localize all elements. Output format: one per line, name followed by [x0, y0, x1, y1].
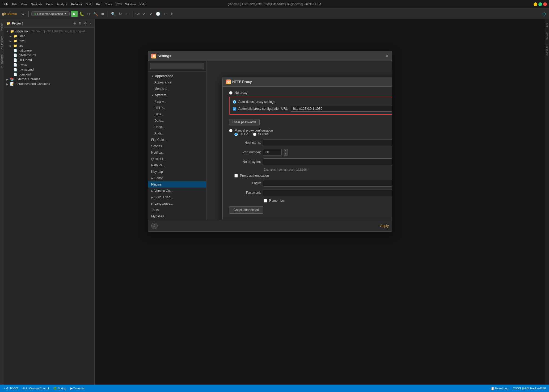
- nav-appearance[interactable]: ▼ Appearance: [148, 73, 206, 79]
- nav-menus[interactable]: Menus a...: [148, 86, 206, 92]
- tree-external-libs[interactable]: ▶ 📚 External Libraries: [4, 77, 94, 82]
- menu-bar[interactable]: File Edit View Navigate Code Analyze Ref…: [2, 2, 147, 6]
- build-button[interactable]: 🔨: [93, 11, 98, 16]
- nav-mybatisx[interactable]: MybatisX: [148, 213, 206, 220]
- run-button[interactable]: ▶: [71, 11, 78, 17]
- minimize-button[interactable]: [534, 2, 537, 6]
- nav-passwords[interactable]: Passw...: [148, 98, 206, 105]
- menu-help[interactable]: Help: [138, 2, 147, 6]
- proxy-auth-checkbox[interactable]: [234, 174, 238, 178]
- nav-date[interactable]: Date...: [148, 117, 206, 124]
- nav-languages[interactable]: ▶ Languages...: [148, 200, 206, 207]
- menu-window[interactable]: Window: [124, 2, 137, 6]
- close-button[interactable]: [543, 2, 547, 6]
- tree-gitdemo-iml[interactable]: 📄 git-demo.iml: [4, 53, 94, 58]
- port-input[interactable]: [263, 149, 282, 156]
- auto-config-url-input[interactable]: [291, 106, 392, 112]
- menu-build[interactable]: Build: [84, 2, 94, 6]
- menu-edit[interactable]: Edit: [11, 2, 19, 6]
- run-configuration[interactable]: ● GitDemoApplication ▼: [31, 11, 70, 16]
- settings-help-button[interactable]: ?: [151, 223, 158, 229]
- menu-code[interactable]: Code: [45, 2, 55, 6]
- manual-proxy-radio[interactable]: [229, 129, 233, 132]
- login-input[interactable]: [263, 180, 392, 187]
- project-tab[interactable]: Project: [0, 21, 4, 33]
- coverage-button[interactable]: ⊙: [86, 11, 91, 16]
- nav-build-exec[interactable]: ▶ Build, Exec...: [148, 194, 206, 200]
- status-terminal[interactable]: ▶ Terminal: [69, 387, 86, 390]
- tree-mvnw[interactable]: 📄 mvnw: [4, 62, 94, 67]
- nav-http[interactable]: HTTP...: [148, 105, 206, 111]
- nav-appearance-sub[interactable]: Appearance: [148, 79, 206, 86]
- nav-version-control[interactable]: ▶ Version Co...: [148, 188, 206, 194]
- nav-path-variables[interactable]: Path Va...: [148, 162, 206, 168]
- plugin-icon[interactable]: ⬡: [542, 11, 547, 16]
- status-spring[interactable]: 🌿 Spring: [52, 387, 67, 390]
- panel-close-icon[interactable]: ×: [89, 21, 92, 26]
- panel-collapse-icon[interactable]: ⇅: [78, 21, 82, 26]
- menu-file[interactable]: File: [2, 2, 10, 6]
- port-down-button[interactable]: ▼: [284, 153, 288, 156]
- nav-android[interactable]: Andr...: [148, 130, 206, 137]
- check-connection-button[interactable]: Check connection: [229, 206, 263, 214]
- menu-vcs[interactable]: VCS: [114, 2, 123, 6]
- http-radio[interactable]: [234, 133, 238, 136]
- favorites-tab[interactable]: 2: Favorites: [0, 53, 4, 70]
- no-proxy-radio[interactable]: [229, 91, 233, 95]
- panel-gear-icon[interactable]: ⚙: [83, 21, 88, 26]
- nav-data[interactable]: Data...: [148, 111, 206, 117]
- settings-search-input[interactable]: [150, 63, 204, 69]
- git-checkmark2[interactable]: ✓: [149, 11, 154, 16]
- menu-refactor[interactable]: Refactor: [69, 2, 84, 6]
- menu-analyze[interactable]: Analyze: [55, 2, 69, 6]
- settings-close-button[interactable]: ✕: [385, 53, 389, 58]
- status-version-control[interactable]: ⑨ 9: Version Control: [21, 387, 50, 390]
- no-proxy-for-input[interactable]: [263, 158, 392, 165]
- tree-pom-xml[interactable]: 📄 pom.xml: [4, 72, 94, 77]
- git-rollback[interactable]: ↩: [162, 11, 168, 16]
- nav-quick-lists[interactable]: Quick Li...: [148, 156, 206, 162]
- nav-keymap[interactable]: Keymap: [148, 168, 206, 175]
- nav-system[interactable]: ▼ System: [148, 92, 206, 98]
- nav-tools[interactable]: Tools: [148, 207, 206, 213]
- debug-button[interactable]: 🐛: [79, 11, 85, 16]
- settings-icon[interactable]: ⚙: [20, 11, 26, 16]
- window-controls[interactable]: [534, 2, 547, 6]
- structure-tab[interactable]: 2: Structure: [0, 34, 4, 51]
- nav-file-colors[interactable]: File Colo...: [148, 137, 206, 143]
- git-push[interactable]: ⬆: [169, 11, 175, 16]
- tree-mvnw-cmd[interactable]: 📄 mvnw.cmd: [4, 67, 94, 72]
- nav-editor[interactable]: ▶ Editor: [148, 175, 206, 181]
- back-icon[interactable]: ←: [125, 11, 130, 16]
- port-up-button[interactable]: ▲: [284, 149, 288, 152]
- panel-globe-icon[interactable]: ⊕: [73, 21, 77, 26]
- remember-checkbox[interactable]: [264, 199, 267, 203]
- menu-navigate[interactable]: Navigate: [29, 2, 44, 6]
- nav-update[interactable]: Upda...: [148, 124, 206, 130]
- menu-tools[interactable]: Tools: [103, 2, 113, 6]
- nav-plugins[interactable]: Plugins: [148, 181, 206, 188]
- settings-apply-button[interactable]: Apply: [380, 224, 389, 228]
- tree-root[interactable]: ▼ 📁 git-demo H:\tedu\Projects\上传到Gitee远程…: [4, 29, 94, 34]
- git-history[interactable]: 🕐: [155, 11, 161, 16]
- menu-view[interactable]: View: [19, 2, 29, 6]
- status-todo[interactable]: ✓ 6: TODO: [2, 387, 19, 390]
- auto-detect-radio[interactable]: [233, 100, 236, 104]
- socks-radio[interactable]: [253, 133, 256, 136]
- tree-idea[interactable]: ▶ 📁 .idea: [4, 34, 94, 39]
- refresh-icon[interactable]: ↻: [118, 11, 123, 16]
- event-log[interactable]: 📋 Event Log: [490, 387, 510, 390]
- clear-passwords-button[interactable]: Clear passwords: [229, 119, 260, 125]
- tree-gitignore[interactable]: 📄 .gitignore: [4, 48, 94, 53]
- search-icon[interactable]: 🔍: [111, 11, 116, 16]
- nav-notifications[interactable]: Notifica...: [148, 149, 206, 156]
- git-checkmark1[interactable]: ✓: [142, 11, 147, 16]
- host-name-input[interactable]: [263, 139, 392, 146]
- menu-run[interactable]: Run: [94, 2, 103, 6]
- tree-mvn[interactable]: ▶ 📁 .mvn: [4, 39, 94, 43]
- tree-scratches[interactable]: ▶ 📝 Scratches and Consoles: [4, 82, 94, 86]
- maximize-button[interactable]: [538, 2, 542, 6]
- nav-scopes[interactable]: Scopes: [148, 143, 206, 149]
- auto-config-checkbox[interactable]: [233, 107, 236, 111]
- tree-src[interactable]: ▶ 📁 src: [4, 43, 94, 48]
